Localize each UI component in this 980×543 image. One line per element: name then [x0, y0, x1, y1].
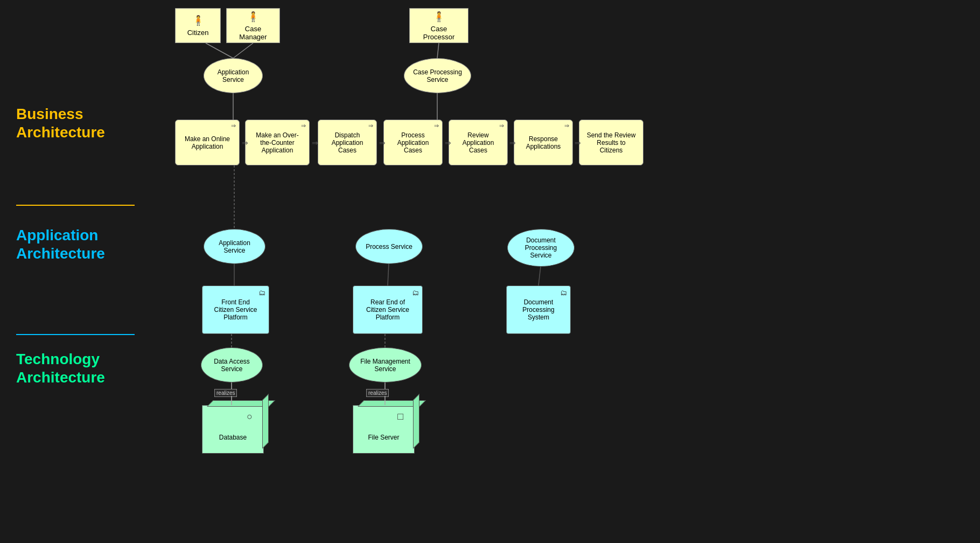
process-arrow-icon-5: ⇒ [499, 122, 504, 129]
citizen-icon: 🧍 [192, 15, 204, 26]
flow-arrow-3: ⇒ [379, 138, 386, 147]
process-cases-label: ProcessApplicationCases [397, 131, 429, 154]
app-process-service: Process Service [355, 229, 423, 264]
technology-architecture-label: TechnologyArchitecture [16, 350, 105, 386]
process-arrow-icon-6: ⇒ [564, 122, 569, 129]
citizen-actor: 🧍 Citizen [175, 8, 221, 43]
biz-app-service-label: ApplicationService [218, 68, 249, 83]
app-doc-proc-service-label: DocumentProcessingService [525, 236, 557, 259]
database-icon: ○ [247, 411, 253, 422]
process-arrow-icon: ⇒ [231, 122, 236, 129]
svg-line-6 [388, 264, 389, 286]
case-manager-label: Case Manager [232, 25, 274, 41]
citizen-label: Citizen [187, 29, 209, 37]
flow-arrow-4: ⇒ [445, 138, 451, 147]
svg-line-0 [206, 43, 233, 58]
application-architecture-label: ApplicationArchitecture [16, 226, 105, 262]
frontend-platform-label: Front EndCitizen ServicePlatform [214, 298, 257, 321]
flow-arrow-6: ⇒ [575, 138, 581, 147]
make-online-label: Make an OnlineApplication [185, 135, 230, 150]
data-access-service-label: Data AccessService [214, 358, 250, 373]
app-doc-proc-service: DocumentProcessingService [507, 229, 575, 267]
send-results-label: Send the ReviewResults toCitizens [587, 131, 636, 154]
response-apps-label: ResponseApplications [526, 135, 561, 150]
database-label: Database [219, 434, 247, 441]
svg-line-7 [538, 267, 541, 286]
biz-case-processing-service: Case ProcessingService [404, 58, 471, 93]
send-results-process: Send the ReviewResults toCitizens [579, 120, 643, 165]
backend-platform-label: Rear End ofCitizen ServicePlatform [366, 298, 409, 321]
make-counter-label: Make an Over-the-CounterApplication [256, 131, 298, 154]
app-application-service: ApplicationService [204, 229, 265, 264]
business-app-divider [16, 205, 135, 206]
case-manager-icon: 🧍 [247, 11, 259, 23]
app-app-service-label: ApplicationService [219, 239, 250, 254]
make-online-process: ⇒ Make an OnlineApplication [175, 120, 240, 165]
backend-platform-system: 🗂 Rear End ofCitizen ServicePlatform [353, 286, 423, 334]
business-architecture-label: BusinessArchitecture [16, 105, 105, 141]
frontend-platform-icon: 🗂 [258, 289, 265, 297]
backend-platform-icon: 🗂 [412, 289, 419, 297]
database-node: ○ Database [202, 405, 264, 454]
biz-case-proc-service-label: Case ProcessingService [413, 68, 462, 83]
doc-proc-system-label: DocumentProcessingSystem [522, 298, 554, 321]
file-server-node: □ File Server [353, 405, 415, 454]
process-arrow-icon-3: ⇒ [368, 122, 373, 129]
doc-proc-system: 🗂 DocumentProcessingSystem [506, 286, 571, 334]
file-server-label: File Server [368, 434, 399, 441]
file-mgmt-service-label: File ManagementService [360, 358, 410, 373]
frontend-platform-system: 🗂 Front EndCitizen ServicePlatform [202, 286, 269, 334]
flow-arrow-1: ⇒ [242, 138, 248, 147]
dispatch-label: DispatchApplicationCases [332, 131, 363, 154]
flow-arrow-5: ⇒ [509, 138, 516, 147]
diagram-container: BusinessArchitecture ApplicationArchitec… [0, 0, 980, 543]
data-access-service: Data AccessService [201, 347, 263, 382]
dispatch-process: ⇒ DispatchApplicationCases [318, 120, 377, 165]
case-manager-actor: 🧍 Case Manager [226, 8, 280, 43]
response-apps-process: ⇒ ResponseApplications [514, 120, 573, 165]
case-processor-icon: 🧍 [433, 11, 445, 23]
app-proc-service-label: Process Service [366, 243, 412, 250]
svg-line-1 [233, 43, 253, 58]
review-cases-process: ⇒ ReviewApplicationCases [449, 120, 508, 165]
process-cases-process: ⇒ ProcessApplicationCases [383, 120, 443, 165]
realizes-label-2: realizes [366, 389, 389, 397]
biz-application-service: ApplicationService [204, 58, 263, 93]
flow-arrow-2: ⇒ [312, 138, 318, 147]
process-arrow-icon-4: ⇒ [434, 122, 439, 129]
review-cases-label: ReviewApplicationCases [463, 131, 494, 154]
case-processor-label: Case Processor [415, 25, 463, 41]
make-counter-process: ⇒ Make an Over-the-CounterApplication [245, 120, 310, 165]
svg-line-2 [437, 43, 439, 58]
case-processor-actor: 🧍 Case Processor [409, 8, 468, 43]
process-arrow-icon-2: ⇒ [301, 122, 306, 129]
doc-proc-system-icon: 🗂 [560, 289, 567, 297]
connectors-svg [0, 0, 980, 543]
file-server-icon: □ [397, 411, 403, 422]
realizes-label-1: realizes [214, 389, 237, 397]
app-tech-divider [16, 334, 135, 335]
file-mgmt-service: File ManagementService [349, 347, 422, 382]
